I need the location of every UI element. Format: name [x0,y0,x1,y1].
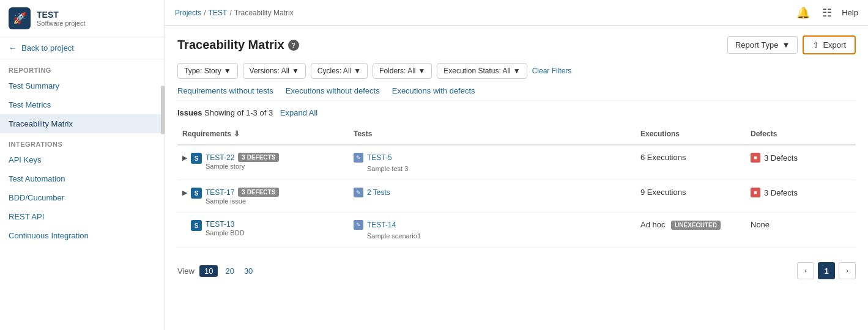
sidebar-scrollbar-thumb [161,86,165,134]
req-icon-3: S [191,220,202,231]
filters-bar: Type: Story ▼ Versions: All ▼ Cycles: Al… [177,63,856,79]
cycles-filter-button[interactable]: Cycles: All ▼ [311,63,368,79]
req-icon-1: S [191,153,202,164]
req-cell-3: ▶ S TEST-13 Sample BDD [177,218,349,239]
grid-view-button[interactable]: ☷ [820,5,834,21]
next-page-button[interactable]: › [839,262,856,279]
expand-row-1-icon[interactable]: ▶ [182,154,187,162]
sidebar-item-test-metrics[interactable]: Test Metrics [0,95,165,114]
req-info-3: TEST-13 Sample BDD [206,220,245,237]
table-header: Requirements ⇩ Tests Executions Defects [177,123,856,145]
th-defects: Defects [746,127,856,141]
test-name-1: Sample test 3 [354,165,631,172]
pagination: View 10 20 30 ‹ 1 › [177,257,856,279]
test-cell-2: ✎ 2 Tests [349,185,636,200]
sidebar-item-test-automation[interactable]: Test Automation [0,169,165,188]
sidebar-header: 🚀 TEST Software project [0,0,165,37]
test-id-3[interactable]: TEST-14 [367,221,396,229]
sidebar-item-test-summary[interactable]: Test Summary [0,76,165,95]
type-chevron-icon: ▼ [224,67,231,75]
chevron-down-icon: ▼ [782,40,790,50]
page-title: Traceability Matrix ? [177,38,299,52]
back-to-project-link[interactable]: ← Back to project [0,37,165,59]
breadcrumb-current: Traceability Matrix [234,9,294,17]
page-size-10-button[interactable]: 10 [199,265,218,277]
page-navigation: ‹ 1 › [797,262,856,279]
folders-chevron-icon: ▼ [418,67,425,75]
th-executions: Executions [636,127,746,141]
executions-without-defects-link[interactable]: Executions without defects [286,86,380,95]
reporting-section-title: REPORTING [0,59,165,76]
breadcrumb-projects[interactable]: Projects [175,9,201,17]
defect-icon-2: ■ [751,188,760,197]
top-bar: Projects / TEST / Traceability Matrix 🔔 … [165,0,868,26]
page-size-control: View 10 20 30 [177,265,255,277]
test-cell-3: ✎ TEST-14 Sample scenario1 [349,218,636,242]
sidebar-item-bdd-cucumber[interactable]: BDD/Cucumber [0,188,165,207]
page-size-30-button[interactable]: 30 [242,265,255,277]
executions-with-defects-link[interactable]: Executions with defects [392,86,475,95]
req-name-1: Sample story [206,163,279,170]
issues-info: Issues Showing of 1-3 of 3 Expand All [177,108,856,117]
test-name-3: Sample scenario1 [354,232,631,240]
breadcrumb-test[interactable]: TEST [209,9,228,17]
header-actions: Report Type ▼ ⇧ ⇧ Export [727,35,856,54]
project-name: TEST [37,10,85,20]
defects-cell-1: ■ 3 Defects [746,150,856,165]
test-icon-3: ✎ [354,220,363,230]
versions-chevron-icon: ▼ [292,67,299,75]
req-id-1[interactable]: TEST-22 3 DEFECTS [206,153,279,162]
current-page: 1 [818,262,835,279]
content-area: Traceability Matrix ? Report Type ▼ ⇧ ⇧ … [165,26,868,330]
expand-row-2-icon[interactable]: ▶ [182,189,187,197]
exec-cell-1: 6 Executions [636,150,746,164]
prev-page-button[interactable]: ‹ [797,262,814,279]
req-cell-2: ▶ S TEST-17 3 DEFECTS Sample issue [177,185,349,207]
req-info-1: TEST-22 3 DEFECTS Sample story [206,153,279,170]
defects-cell-3: None [746,218,856,232]
versions-filter-button[interactable]: Versions: All ▼ [243,63,306,79]
table-row: ▶ S TEST-13 Sample BDD ✎ [177,213,856,248]
test-id-1[interactable]: TEST-5 [367,153,392,162]
export-button[interactable]: ⇧ ⇧ Export [803,35,856,54]
title-help-icon[interactable]: ? [288,40,299,51]
project-type: Software project [37,20,85,27]
notifications-button[interactable]: 🔔 [794,5,812,21]
req-name-3: Sample BDD [206,229,245,237]
cycles-chevron-icon: ▼ [354,67,361,75]
req-id-2[interactable]: TEST-17 3 DEFECTS [206,188,279,197]
sidebar-item-traceability-matrix[interactable]: Traceability Matrix [0,114,165,133]
expand-all-link[interactable]: Expand All [280,108,317,117]
folders-filter-button[interactable]: Folders: All ▼ [373,63,432,79]
issues-showing: Showing of 1-3 of 3 [204,108,273,117]
req-id-3[interactable]: TEST-13 [206,220,245,229]
table-row: ▶ S TEST-17 3 DEFECTS Sample issue [177,180,856,213]
back-label: Back to project [21,43,74,53]
exec-cell-3: Ad hoc UNEXECUTED [636,218,746,232]
requirements-table: Requirements ⇩ Tests Executions Defects … [177,123,856,248]
defects-badge-2: 3 DEFECTS [238,188,279,197]
clear-filters-button[interactable]: Clear Filters [532,64,572,78]
test-id-2[interactable]: 2 Tests [367,188,390,197]
report-type-button[interactable]: Report Type ▼ [727,36,798,54]
defect-icon-1: ■ [751,153,760,163]
defects-cell-2: ■ 3 Defects [746,185,856,200]
type-filter-button[interactable]: Type: Story ▼ [177,63,238,79]
sidebar-item-continuous-integration[interactable]: Continuous Integration [0,226,165,245]
top-bar-actions: 🔔 ☷ Help [794,5,858,21]
unexecuted-badge: UNEXECUTED [671,221,721,230]
subnav: Requirements without tests Executions wi… [177,86,856,101]
sidebar-item-api-keys[interactable]: API Keys [0,150,165,169]
page-size-20-button[interactable]: 20 [223,265,236,277]
req-name-2: Sample issue [206,197,279,205]
upload-icon: ⇧ [812,40,819,50]
requirements-without-tests-link[interactable]: Requirements without tests [177,86,273,95]
sidebar-item-rest-api[interactable]: REST API [0,207,165,226]
execution-status-filter-button[interactable]: Execution Status: All ▼ [437,63,527,79]
help-button[interactable]: Help [842,8,858,17]
project-logo-icon: 🚀 [9,7,31,29]
integrations-section-title: INTEGRATIONS [0,133,165,150]
test-cell-1: ✎ TEST-5 Sample test 3 [349,150,636,175]
sidebar: 🚀 TEST Software project ← Back to projec… [0,0,165,330]
req-icon-2: S [191,188,202,199]
